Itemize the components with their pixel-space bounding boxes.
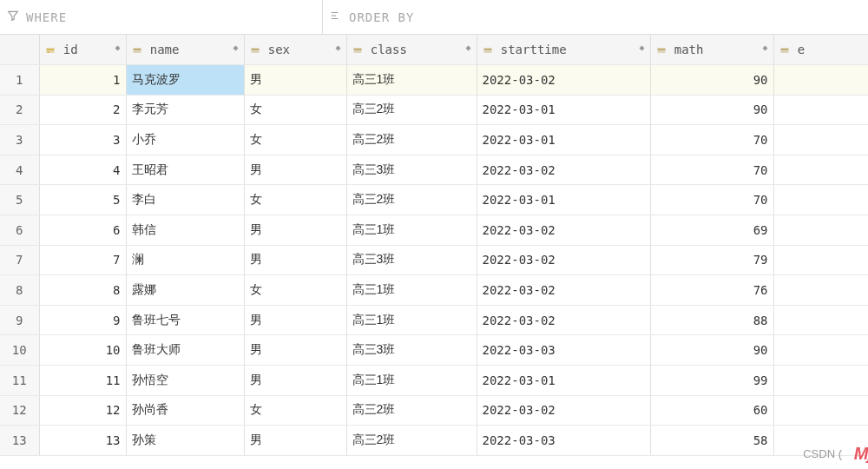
cell-class[interactable]: 高三2班 (346, 125, 477, 155)
table-row[interactable]: 77澜男高三3班2022-03-0279 (0, 245, 868, 275)
cell-id[interactable]: 6 (39, 215, 126, 246)
cell-math[interactable]: 99 (650, 366, 773, 396)
cell-sex[interactable]: 男 (244, 305, 346, 335)
cell-sex[interactable]: 男 (244, 215, 346, 246)
cell-extra[interactable] (773, 305, 868, 335)
cell-extra[interactable] (773, 275, 868, 306)
cell-math[interactable]: 76 (650, 275, 773, 306)
cell-id[interactable]: 8 (39, 275, 126, 306)
sort-handle-icon[interactable]: ◆ (115, 43, 120, 52)
cell-class[interactable]: 高三3班 (346, 245, 477, 275)
sort-handle-icon[interactable]: ◆ (639, 43, 644, 52)
cell-class[interactable]: 高三1班 (346, 215, 477, 246)
cell-name[interactable]: 露娜 (126, 275, 244, 306)
cell-name[interactable]: 孙策 (126, 426, 244, 456)
cell-math[interactable]: 58 (650, 426, 773, 456)
cell-math[interactable]: 70 (650, 155, 773, 185)
table-row[interactable]: 1212孙尚香女高三2班2022-03-0260 (0, 395, 868, 426)
cell-sex[interactable]: 女 (244, 185, 346, 215)
where-clause-input[interactable]: WHERE (0, 0, 323, 34)
cell-id[interactable]: 7 (39, 245, 126, 275)
cell-name[interactable]: 鲁班七号 (126, 305, 244, 335)
cell-extra[interactable] (773, 395, 868, 426)
cell-name[interactable]: 小乔 (126, 125, 244, 155)
row-number[interactable]: 8 (0, 275, 39, 306)
cell-extra[interactable] (773, 335, 868, 366)
cell-class[interactable]: 高三3班 (346, 155, 477, 185)
cell-extra[interactable] (773, 215, 868, 246)
cell-sex[interactable]: 男 (244, 155, 346, 185)
cell-id[interactable]: 10 (39, 335, 126, 366)
cell-name[interactable]: 李元芳 (126, 95, 244, 125)
cell-class[interactable]: 高三2班 (346, 395, 477, 426)
cell-id[interactable]: 1 (39, 65, 126, 96)
cell-class[interactable]: 高三2班 (346, 185, 477, 215)
cell-starttime[interactable]: 2022-03-01 (477, 125, 650, 155)
cell-starttime[interactable]: 2022-03-02 (477, 395, 650, 426)
table-row[interactable]: 44王昭君男高三3班2022-03-0270 (0, 155, 868, 185)
cell-math[interactable]: 70 (650, 125, 773, 155)
cell-class[interactable]: 高三2班 (346, 426, 477, 456)
cell-sex[interactable]: 男 (244, 426, 346, 456)
cell-starttime[interactable]: 2022-03-02 (477, 65, 650, 96)
cell-starttime[interactable]: 2022-03-03 (477, 335, 650, 366)
row-number[interactable]: 12 (0, 395, 39, 426)
cell-starttime[interactable]: 2022-03-01 (477, 366, 650, 396)
sort-handle-icon[interactable]: ◆ (762, 43, 767, 52)
column-header-name[interactable]: name ◆ (126, 35, 244, 65)
cell-name[interactable]: 澜 (126, 245, 244, 275)
cell-extra[interactable] (773, 185, 868, 215)
row-number[interactable]: 9 (0, 305, 39, 335)
cell-sex[interactable]: 男 (244, 366, 346, 396)
row-number[interactable]: 1 (0, 65, 39, 96)
column-header-starttime[interactable]: starttime ◆ (477, 35, 650, 65)
cell-name[interactable]: 孙尚香 (126, 395, 244, 426)
row-number[interactable]: 10 (0, 335, 39, 366)
sort-handle-icon[interactable]: ◆ (233, 43, 238, 52)
table-row[interactable]: 1111孙悟空男高三1班2022-03-0199 (0, 366, 868, 396)
cell-math[interactable]: 90 (650, 95, 773, 125)
cell-class[interactable]: 高三1班 (346, 305, 477, 335)
cell-id[interactable]: 4 (39, 155, 126, 185)
cell-id[interactable]: 12 (39, 395, 126, 426)
sort-handle-icon[interactable]: ◆ (335, 43, 340, 52)
column-header-id[interactable]: id ◆ (39, 35, 126, 65)
row-number[interactable]: 2 (0, 95, 39, 125)
column-header-class[interactable]: class ◆ (346, 35, 477, 65)
cell-math[interactable]: 90 (650, 335, 773, 366)
cell-starttime[interactable]: 2022-03-02 (477, 245, 650, 275)
cell-math[interactable]: 70 (650, 185, 773, 215)
cell-math[interactable]: 90 (650, 65, 773, 96)
table-row[interactable]: 1313孙策男高三2班2022-03-0358 (0, 426, 868, 456)
column-header-sex[interactable]: sex ◆ (244, 35, 346, 65)
cell-math[interactable]: 60 (650, 395, 773, 426)
cell-extra[interactable] (773, 155, 868, 185)
cell-id[interactable]: 3 (39, 125, 126, 155)
cell-math[interactable]: 69 (650, 215, 773, 246)
cell-class[interactable]: 高三1班 (346, 366, 477, 396)
cell-math[interactable]: 79 (650, 245, 773, 275)
cell-class[interactable]: 高三3班 (346, 335, 477, 366)
cell-starttime[interactable]: 2022-03-01 (477, 185, 650, 215)
row-number[interactable]: 3 (0, 125, 39, 155)
cell-extra[interactable] (773, 95, 868, 125)
table-row[interactable]: 11马克波罗男高三1班2022-03-0290 (0, 65, 868, 96)
cell-id[interactable]: 13 (39, 426, 126, 456)
cell-extra[interactable] (773, 125, 868, 155)
row-number[interactable]: 13 (0, 426, 39, 456)
cell-sex[interactable]: 女 (244, 95, 346, 125)
table-row[interactable]: 66韩信男高三1班2022-03-0269 (0, 215, 868, 246)
cell-name[interactable]: 王昭君 (126, 155, 244, 185)
column-header-math[interactable]: math ◆ (650, 35, 773, 65)
cell-extra[interactable] (773, 245, 868, 275)
cell-name[interactable]: 孙悟空 (126, 366, 244, 396)
cell-id[interactable]: 11 (39, 366, 126, 396)
cell-extra[interactable] (773, 65, 868, 96)
row-number[interactable]: 5 (0, 185, 39, 215)
cell-sex[interactable]: 男 (244, 335, 346, 366)
cell-class[interactable]: 高三2班 (346, 95, 477, 125)
rownum-header[interactable] (0, 35, 39, 65)
row-number[interactable]: 6 (0, 215, 39, 246)
cell-class[interactable]: 高三1班 (346, 275, 477, 306)
orderby-clause-input[interactable]: ORDER BY (323, 0, 868, 34)
